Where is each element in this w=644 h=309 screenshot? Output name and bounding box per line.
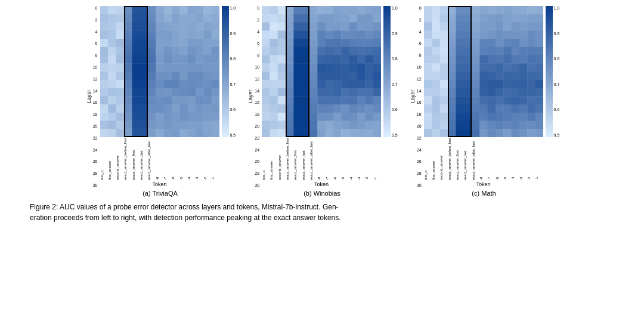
svg-rect-158 [163,88,172,97]
svg-rect-346 [262,63,270,72]
svg-rect-421 [262,104,270,113]
svg-rect-227 [116,129,124,137]
svg-rect-288 [278,30,286,39]
svg-rect-266 [341,14,349,23]
svg-rect-443 [317,113,326,121]
svg-rect-166 [108,96,116,104]
x-tick-label: exact_answer_after_last [472,138,479,180]
x-tick-label: -7 [163,138,171,180]
svg-rect-664 [439,104,448,113]
svg-rect-326 [341,47,349,55]
svg-rect-573 [432,55,440,64]
svg-rect-400 [333,88,342,97]
svg-rect-252 [349,6,358,14]
svg-rect-423 [278,104,286,113]
svg-rect-526 [535,23,543,31]
svg-rect-40 [179,23,188,31]
svg-rect-290 [293,30,302,39]
svg-rect-98 [163,55,172,64]
svg-rect-374 [365,72,373,80]
svg-rect-665 [448,104,456,113]
svg-rect-363 [278,72,286,80]
svg-rect-38 [163,23,172,31]
svg-rect-89 [211,47,219,55]
svg-rect-13 [203,6,212,14]
svg-rect-69 [172,39,180,47]
svg-rect-632 [424,88,432,97]
svg-rect-210 [100,121,109,129]
svg-rect-366 [302,72,310,80]
svg-rect-216 [148,121,156,129]
svg-rect-476 [341,129,349,137]
svg-rect-5 [140,6,148,14]
svg-rect-716 [496,129,504,137]
svg-rect-189 [172,104,180,113]
chart-area-math: Layer 0 2 4 6 8 10 12 14 16 18 20 22 [408,6,543,187]
svg-rect-350 [293,63,302,72]
svg-rect-109 [132,63,140,72]
svg-rect-320 [293,47,302,55]
svg-rect-505 [487,14,496,23]
svg-rect-424 [286,104,294,113]
svg-rect-131 [187,72,196,80]
svg-rect-486 [456,6,464,14]
svg-rect-100 [179,55,188,64]
svg-rect-607 [463,72,472,80]
x-tick-label: second_answer [439,138,447,180]
svg-rect-243 [278,6,286,14]
svg-rect-444 [326,113,334,121]
svg-rect-358 [357,63,366,72]
svg-rect-135 [100,80,109,88]
svg-rect-71 [187,39,196,47]
svg-rect-64 [132,39,140,47]
svg-rect-600 [527,63,535,72]
svg-rect-613 [511,72,519,80]
svg-rect-174 [172,96,180,104]
svg-rect-335 [293,55,302,64]
svg-rect-237 [196,129,204,137]
svg-rect-707 [424,129,432,137]
chart-with-colorbar-winobias: Layer 0 2 4 6 8 10 12 14 16 18 20 22 [246,6,398,187]
svg-rect-331 [262,55,270,64]
svg-rect-110 [140,63,148,72]
svg-rect-627 [503,80,512,88]
svg-rect-475 [333,129,342,137]
svg-rect-171 [148,96,156,104]
svg-rect-338 [317,55,326,64]
svg-rect-214 [132,121,140,129]
svg-rect-313 [357,39,366,47]
svg-rect-354 [326,63,334,72]
svg-rect-185 [140,104,148,113]
svg-rect-597 [503,63,512,72]
svg-rect-211 [108,121,116,129]
svg-rect-582 [503,55,512,64]
svg-rect-295 [333,30,342,39]
svg-rect-140 [140,80,148,88]
svg-rect-312 [349,39,358,47]
svg-rect-429 [326,104,334,113]
svg-rect-484 [439,6,448,14]
svg-rect-663 [432,104,440,113]
svg-rect-348 [278,63,286,72]
svg-rect-628 [511,80,519,88]
svg-rect-648 [432,96,440,104]
svg-rect-571 [535,47,543,55]
svg-rect-63 [124,39,132,47]
svg-rect-618 [432,80,440,88]
svg-rect-371 [341,72,349,80]
svg-rect-287 [270,30,278,39]
svg-rect-26 [187,14,196,23]
svg-rect-693 [432,121,440,129]
svg-rect-509 [519,14,528,23]
svg-rect-461 [341,121,349,129]
svg-rect-377 [270,80,278,88]
svg-rect-570 [527,47,535,55]
svg-rect-24 [172,14,180,23]
x-tick-label: exact_answer_last [463,138,471,180]
svg-rect-432 [349,104,358,113]
svg-rect-370 [333,72,342,80]
svg-rect-260 [293,14,302,23]
svg-rect-386 [341,80,349,88]
svg-rect-186 [148,104,156,113]
svg-rect-677 [424,113,432,121]
